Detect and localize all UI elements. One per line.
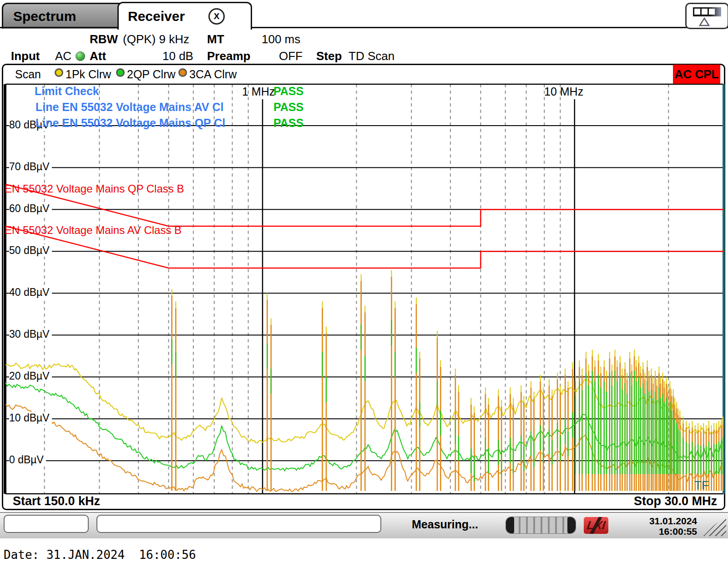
tab-bar-underline xyxy=(0,27,728,28)
limit-check-row-av-verdict: PASS xyxy=(273,101,303,114)
mt-value[interactable]: 100 ms xyxy=(262,32,300,46)
x-mark-1mhz: 1 MHz xyxy=(242,85,275,98)
start-frequency-label: Start 150.0 kHz xyxy=(13,494,100,508)
x-mark-10mhz: 10 MHz xyxy=(544,85,583,98)
triangle-icon xyxy=(698,17,710,27)
trace2-qp-dot-icon[interactable] xyxy=(116,68,125,77)
y-axis-label-40: 40 dBµV xyxy=(9,286,52,299)
limit-check-header-verdict: PASS xyxy=(273,85,303,98)
limit-check-row-qp: Line EN 55032 Voltage Mains QP Cl xyxy=(35,117,225,130)
scan-window-panel xyxy=(2,64,725,510)
limit-label-av: EN 55032 Voltage Mains AV Class B xyxy=(5,224,182,237)
preamp-value[interactable]: OFF xyxy=(279,49,303,63)
limit-label-qp: EN 55032 Voltage Mains QP Class B xyxy=(5,182,184,195)
input-ac-led-icon xyxy=(76,51,85,61)
tab-spectrum[interactable]: Spectrum xyxy=(2,3,128,29)
y-axis-label-20: 20 dBµV xyxy=(9,370,52,382)
status-time: 16:00:55 xyxy=(628,526,697,537)
ac-coupling-badge: AC CPL xyxy=(673,65,720,84)
status-bar: Measuring... LXI 31.01.2024 16:00:55 xyxy=(0,512,728,538)
measurement-progress-bar xyxy=(506,517,576,534)
y-axis-label-70: 70 dBµV xyxy=(9,161,52,173)
att-label[interactable]: Att xyxy=(90,49,106,63)
resize-grip-icon[interactable] xyxy=(701,516,726,536)
stop-frequency-label: Stop 30.0 MHz xyxy=(634,494,717,508)
smartgrid-icon xyxy=(693,7,721,16)
status-datetime: 31.01.2024 16:00:55 xyxy=(628,516,697,537)
y-axis-label-60: 60 dBµV xyxy=(9,203,52,215)
scan-title: Scan xyxy=(15,68,41,81)
transducer-indicator: TF xyxy=(694,478,709,492)
tab-receiver[interactable]: Receiver X xyxy=(117,2,252,30)
preamp-label[interactable]: Preamp xyxy=(207,49,250,63)
close-tab-icon[interactable]: X xyxy=(208,8,225,25)
limit-check-row-qp-verdict: PASS xyxy=(273,117,303,130)
att-value[interactable]: 10 dB xyxy=(162,49,193,63)
footer-date-line: Date: 31.JAN.2024 16:00:56 xyxy=(4,548,196,562)
display-layout-button[interactable] xyxy=(685,3,728,29)
mt-label[interactable]: MT xyxy=(207,32,224,46)
step-label[interactable]: Step xyxy=(316,49,342,63)
step-value[interactable]: TD Scan xyxy=(349,49,394,63)
trace1-pk-label[interactable]: 1Pk Clrw xyxy=(66,68,111,81)
limit-check-row-av: Line EN 55032 Voltage Mains AV Cl xyxy=(35,101,224,114)
y-axis-label-30: 30 dBµV xyxy=(9,328,52,340)
status-field-message[interactable] xyxy=(96,515,381,533)
trace3-ca-label[interactable]: 3CA Clrw xyxy=(189,68,237,81)
tab-receiver-label: Receiver xyxy=(128,9,185,24)
limit-check-header: Limit Check xyxy=(35,85,99,98)
rbw-label[interactable]: RBW xyxy=(90,32,118,46)
trace3-ca-dot-icon[interactable] xyxy=(178,68,187,77)
status-date: 31.01.2024 xyxy=(628,516,697,526)
measuring-status: Measuring... xyxy=(412,518,478,531)
input-value[interactable]: AC xyxy=(55,49,71,63)
frequency-axis-bar: Start 150.0 kHz Stop 30.0 MHz xyxy=(3,494,724,509)
y-axis-label-50: 50 dBµV xyxy=(9,244,52,257)
trace1-pk-dot-icon[interactable] xyxy=(55,68,63,77)
input-label[interactable]: Input xyxy=(11,49,40,63)
tab-spectrum-label: Spectrum xyxy=(13,9,76,24)
rbw-value[interactable]: (QPK) 9 kHz xyxy=(123,32,189,46)
trace2-qp-label[interactable]: 2QP Clrw xyxy=(127,68,176,81)
lxi-logo: LXI xyxy=(584,517,608,534)
y-axis-label-0: 0 dBµV xyxy=(9,454,46,466)
status-field-left[interactable] xyxy=(4,515,89,533)
y-axis-label-10: 10 dBµV xyxy=(9,412,52,424)
